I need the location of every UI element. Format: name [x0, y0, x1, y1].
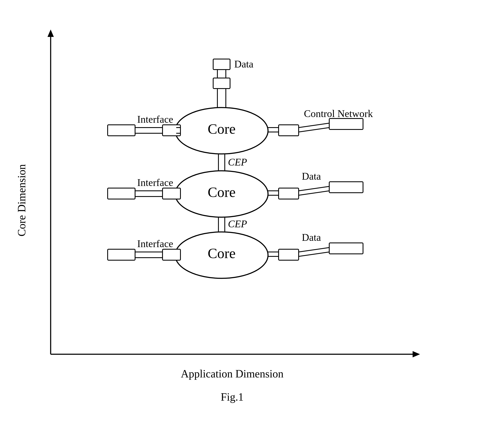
interface-bottom-label: Interface: [137, 238, 173, 249]
svg-rect-18: [279, 125, 299, 136]
core-bottom-label: Core: [208, 245, 235, 261]
svg-rect-12: [108, 125, 135, 136]
svg-rect-19: [329, 119, 363, 129]
core-middle-label: Core: [208, 184, 235, 200]
svg-rect-11: [162, 125, 180, 136]
svg-rect-44: [279, 249, 299, 260]
svg-line-48: [299, 248, 329, 252]
control-network-label: Control Network: [304, 108, 373, 119]
data-top-label: Data: [234, 58, 253, 69]
svg-line-35: [299, 187, 329, 191]
svg-rect-27: [162, 188, 180, 199]
svg-marker-1: [48, 30, 54, 37]
y-axis-label: Core Dimension: [16, 164, 28, 236]
svg-rect-40: [162, 249, 180, 260]
main-diagram-svg: Core Dimension Application Dimension Cor…: [0, 0, 504, 443]
svg-line-22: [299, 123, 329, 128]
svg-rect-45: [329, 243, 363, 254]
x-axis-label: Application Dimension: [181, 368, 284, 380]
svg-rect-41: [108, 249, 135, 260]
svg-rect-31: [279, 188, 299, 199]
svg-line-36: [299, 191, 329, 195]
data-middle-label: Data: [302, 170, 321, 182]
svg-line-49: [299, 252, 329, 256]
data-bottom-label: Data: [302, 232, 321, 243]
svg-marker-3: [413, 351, 420, 358]
diagram-container: Core Dimension Application Dimension Cor…: [0, 0, 504, 443]
figure-label: Fig.1: [221, 391, 244, 403]
svg-rect-6: [213, 78, 230, 88]
svg-rect-5: [213, 59, 230, 69]
core-top-label: Core: [208, 121, 235, 137]
svg-rect-28: [108, 188, 135, 199]
cep-1-label: CEP: [228, 156, 247, 168]
svg-line-23: [299, 128, 329, 132]
interface-middle-label: Interface: [137, 177, 173, 188]
interface-top-label: Interface: [137, 114, 173, 125]
cep-2-label: CEP: [228, 218, 247, 229]
svg-rect-32: [329, 182, 363, 193]
